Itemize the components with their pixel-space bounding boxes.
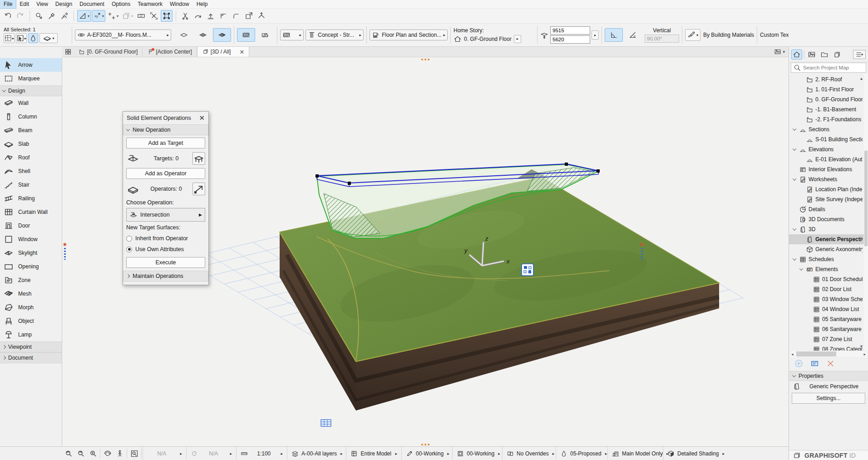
chevron-icon[interactable] [799, 267, 803, 270]
tab-0-gf-ground-floor[interactable]: [0. GF-Ground Floor] [74, 47, 143, 57]
tool-zone[interactable]: Zone [0, 273, 62, 287]
tree-item-08-zones-categor[interactable]: 08 Zones Categor [789, 344, 868, 351]
fillet-button[interactable] [230, 10, 242, 22]
zoom-undo-button[interactable] [62, 447, 74, 460]
elevate-button[interactable] [205, 10, 217, 22]
tab-overview-button[interactable] [62, 47, 74, 57]
3d-style-quick-option[interactable]: Detailed Shading▸ [663, 447, 718, 460]
tool-curtain-wall[interactable]: Curtain Wall [0, 205, 62, 219]
coordinate-input-button[interactable]: xy▾ [92, 10, 105, 22]
tool-stair[interactable]: Stair [0, 178, 62, 192]
toolbox-section-design[interactable]: Design [0, 85, 62, 96]
tree-item-04-window-list[interactable]: 04 Window List [789, 304, 868, 314]
layers-quick-option[interactable]: A-00-All layers▸ [287, 447, 346, 460]
pane-splitter-bottom[interactable] [418, 443, 433, 446]
tool-variant-button[interactable]: ▾ [39, 33, 58, 43]
tool-roof[interactable]: Roof [0, 151, 62, 164]
layout-book-button[interactable] [819, 49, 830, 59]
marquee-restrict-button[interactable] [148, 10, 160, 22]
scale-quick-option[interactable]: 1:100▸ [236, 447, 287, 460]
tree-item-1-01-first-floor[interactable]: 1. 01-First Floor [789, 84, 868, 94]
graphisoft-id-bar[interactable]: GRAPHISOFT ID [789, 450, 868, 460]
execute-button[interactable]: Execute [126, 257, 205, 268]
tool-slab[interactable]: Slab [0, 137, 62, 151]
viewport-3d[interactable]: z y x ✱ ✱ Solid Element Operations ✕ [62, 57, 789, 446]
menu-options[interactable]: Options [108, 0, 134, 8]
tree-item-07-zone-list[interactable]: 07 Zone List [789, 334, 868, 344]
tool-railing[interactable]: Railing [0, 192, 62, 205]
solid-element-operations-dialog[interactable]: Solid Element Operations ✕ New Operation… [123, 111, 209, 285]
tool-shell[interactable]: Shell [0, 164, 62, 178]
tree-item-interior-elevations[interactable]: Interior Elevations [789, 164, 868, 174]
scroll-down-icon[interactable]: ▼ [859, 344, 863, 349]
menu-file[interactable]: File [0, 0, 16, 8]
tree-item-01-door-schedule[interactable]: 01 Door Schedule [789, 274, 868, 284]
tree-item-03-window-sche[interactable]: 03 Window Sche [789, 294, 868, 304]
pen-quick-option[interactable]: 00-Working▸ [401, 447, 452, 460]
tool-window[interactable]: Window [0, 232, 62, 246]
chevron-icon[interactable] [792, 177, 796, 180]
pick-up-parameters-button[interactable] [46, 10, 58, 22]
tab-3d-all[interactable]: [3D / All]✕ [197, 47, 250, 57]
layer-combo[interactable]: A-EF3020__M- Floors.M... ▸ [75, 30, 171, 40]
add-as-target-button[interactable]: Add as Target [126, 138, 205, 148]
tool-opening[interactable]: Opening [0, 260, 62, 273]
tool-column[interactable]: Column [0, 110, 62, 124]
chevron-icon[interactable] [792, 127, 796, 130]
top-elevation-input[interactable] [550, 26, 590, 35]
menu-help[interactable]: Help [193, 0, 212, 8]
scroll-up-icon[interactable]: ▲ [859, 76, 863, 81]
menu-view[interactable]: View [33, 0, 52, 8]
plane-method-1-button[interactable] [237, 28, 255, 42]
orbit-button[interactable] [101, 447, 113, 460]
pick-operators-button[interactable] [192, 183, 205, 195]
settings-button[interactable]: Settings... [792, 393, 865, 404]
zoom-redo-button[interactable] [74, 447, 87, 460]
tool-mesh[interactable]: Mesh [0, 287, 62, 301]
tab-action-center[interactable]: [Action Center] [143, 47, 197, 57]
chevron-icon[interactable] [792, 147, 796, 150]
publisher-sets-button[interactable] [832, 49, 843, 59]
graphic-overrides-quick-option[interactable]: No Overrides▸ [502, 447, 556, 460]
undo-button[interactable] [2, 10, 14, 22]
geometry-method-1-button[interactable] [175, 28, 193, 42]
angle-method-2-button[interactable]: α [624, 28, 642, 42]
renovation-filter-quick-option[interactable]: 05-Proposed▸ [556, 447, 607, 460]
tree-item-elevations[interactable]: Elevations [789, 144, 868, 154]
drag-button[interactable] [243, 10, 255, 22]
tree-item-05-sanitaryware-s[interactable]: 05 Sanitaryware S [789, 314, 868, 324]
tree-item-1-b1-basement[interactable]: -1. B1-Basement [789, 104, 868, 114]
tree-item-2-rf-roof[interactable]: 2. RF-Roof [789, 74, 868, 84]
tree-item-0-gf-ground-floor[interactable]: 0. GF-Ground Floor [789, 94, 868, 104]
tool-morph[interactable]: Morph [0, 301, 62, 314]
editing-plane-badge[interactable] [522, 264, 533, 276]
redo-button[interactable] [15, 10, 26, 22]
add-as-operator-button[interactable]: Add as Operator [126, 168, 205, 179]
tool-object[interactable]: Object [0, 314, 62, 328]
tree-item-schedules[interactable]: Schedules [789, 254, 868, 264]
section-maintain-operations[interactable]: Maintain Operations [123, 271, 208, 282]
close-tab-icon[interactable]: ✕ [239, 49, 244, 55]
properties-header[interactable]: Properties [789, 371, 868, 381]
orientation-quick-option[interactable]: N/A▸ [186, 447, 236, 460]
toolbox-section-document[interactable]: Document [0, 352, 62, 363]
tree-item-s-01-building-sectio[interactable]: S-01 Building Sectio [789, 134, 868, 144]
bottom-elevation-input[interactable] [550, 35, 590, 44]
tree-item-e-01-elevation-auto[interactable]: E-01 Elevation (Auto [789, 154, 868, 164]
operation-dropdown[interactable]: Intersection ▶ [126, 208, 205, 222]
tool-door[interactable]: Door [0, 219, 62, 232]
radio-use-own-attributes[interactable]: Use Own Attributes [126, 244, 205, 255]
tree-item-generic-axonometry[interactable]: Generic Axonometry [789, 244, 868, 254]
adjust-button[interactable] [192, 10, 204, 22]
chevron-icon[interactable] [792, 257, 796, 260]
section-new-operation[interactable]: New Operation [123, 124, 208, 135]
fit-in-window-button[interactable] [128, 447, 140, 460]
radio-icon[interactable] [126, 236, 132, 242]
model-view-options-quick-option[interactable]: Main Model Only▸ [607, 447, 663, 460]
tree-item-generic-perspective[interactable]: Generic Perspective [789, 234, 868, 244]
toolbox-section-viewpoint[interactable]: Viewpoint [0, 341, 62, 352]
elevation-picker[interactable]: ▸ [592, 30, 599, 40]
chevron-icon[interactable] [792, 227, 796, 230]
geometry-method-2-button[interactable] [194, 28, 212, 42]
tree-item-sections[interactable]: Sections [789, 124, 868, 134]
